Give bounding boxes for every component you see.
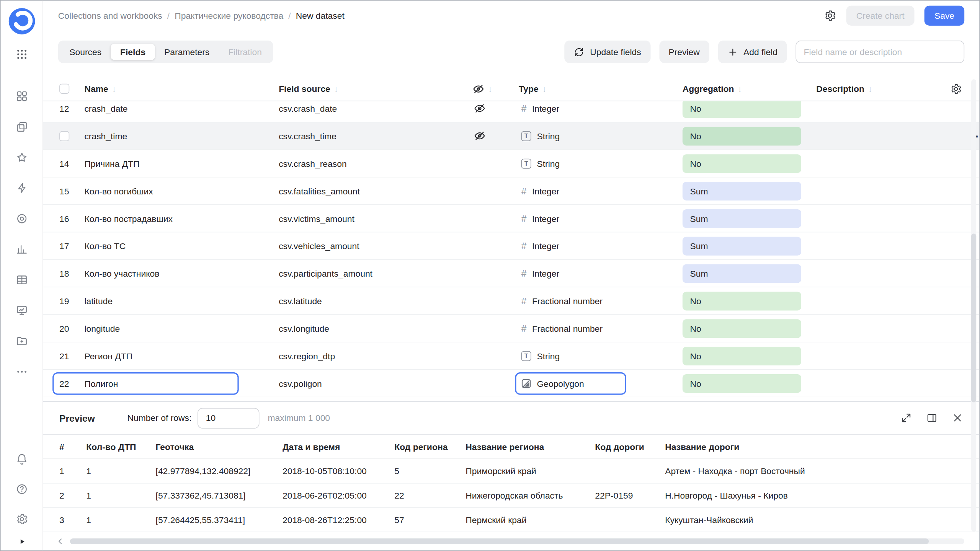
charts-icon[interactable] bbox=[15, 243, 28, 256]
aggregation-select[interactable]: Sum bbox=[683, 181, 801, 200]
field-row[interactable]: 22 Полигон csv.poligon Geopolygon No ⋯ bbox=[43, 370, 980, 398]
dataset-settings-gear-icon[interactable] bbox=[824, 9, 836, 22]
field-type-select[interactable]: #Integer bbox=[519, 268, 683, 279]
field-name[interactable]: Кол-во участников bbox=[84, 268, 279, 278]
preview-table-body: 11[42.977894,132.408922]2018-10-05T08:10… bbox=[43, 459, 980, 532]
field-name[interactable]: longitude bbox=[84, 323, 279, 333]
datalens-logo-icon[interactable] bbox=[7, 7, 36, 36]
column-header-name[interactable]: Name↓ bbox=[84, 84, 279, 94]
field-name[interactable]: crash_date bbox=[84, 103, 279, 113]
field-name[interactable]: Кол-во погибших bbox=[84, 186, 279, 196]
column-header-hidden[interactable]: ↓ bbox=[472, 83, 519, 95]
aggregation-select[interactable]: No bbox=[683, 374, 801, 393]
select-all-checkbox[interactable] bbox=[59, 84, 69, 94]
expand-sidebar-icon[interactable] bbox=[16, 536, 26, 546]
preview-bar: Preview Number of rows: maximum 1 000 bbox=[43, 402, 980, 434]
tab-sources[interactable]: Sources bbox=[60, 44, 111, 60]
type-icon: # bbox=[521, 186, 527, 196]
row-checkbox[interactable] bbox=[59, 131, 69, 141]
field-type-select[interactable]: #Integer bbox=[519, 103, 683, 114]
column-header-description[interactable]: Description↓ bbox=[816, 84, 944, 94]
field-row[interactable]: 14 Причина ДТП csv.crash_reason TString … bbox=[43, 150, 980, 178]
settings-gear-icon[interactable] bbox=[15, 513, 28, 525]
aggregation-select[interactable]: No bbox=[683, 154, 801, 173]
tab-filtration[interactable]: Filtration bbox=[219, 44, 271, 60]
collections-icon[interactable] bbox=[15, 121, 28, 133]
aggregation-select[interactable]: Sum bbox=[683, 264, 801, 283]
field-row[interactable]: 16 Кол-во пострадавших csv.victims_amoun… bbox=[43, 205, 980, 233]
aggregation-select[interactable]: No bbox=[683, 101, 801, 117]
field-row[interactable]: 12 crash_date csv.crash_date #Integer No… bbox=[43, 101, 980, 122]
storage-folder-icon[interactable] bbox=[15, 335, 28, 347]
favorites-star-icon[interactable] bbox=[15, 151, 28, 164]
field-row[interactable]: 18 Кол-во участников csv.participants_am… bbox=[43, 260, 980, 287]
preview-column-header: Название дороги bbox=[665, 442, 963, 452]
breadcrumb-workbook[interactable]: Практические руководства bbox=[175, 11, 283, 21]
close-preview-icon[interactable] bbox=[952, 412, 963, 424]
column-header-aggregation[interactable]: Aggregation↓ bbox=[683, 84, 816, 94]
column-header-type[interactable]: Type↓ bbox=[519, 84, 683, 94]
preview-toggle-button[interactable]: Preview bbox=[659, 41, 709, 63]
notifications-bell-icon[interactable] bbox=[15, 453, 28, 466]
field-type-select[interactable]: #Integer bbox=[519, 186, 683, 196]
apps-grid-icon[interactable] bbox=[15, 48, 28, 61]
aggregation-select[interactable]: No bbox=[683, 346, 801, 365]
add-field-button[interactable]: Add field bbox=[718, 41, 787, 63]
hscroll-track[interactable] bbox=[70, 538, 964, 544]
field-name[interactable]: Причина ДТП bbox=[84, 158, 279, 168]
field-row[interactable]: 21 Регион ДТП csv.region_dtp TString No … bbox=[43, 342, 980, 370]
field-type-select[interactable]: #Fractional number bbox=[519, 295, 683, 306]
table-settings-gear-icon[interactable] bbox=[950, 83, 962, 95]
hscroll-thumb[interactable] bbox=[70, 538, 929, 544]
preview-cell: 1 bbox=[86, 491, 155, 500]
field-name[interactable]: Кол-во пострадавших bbox=[84, 214, 279, 223]
field-name[interactable]: latitude bbox=[84, 296, 279, 306]
field-name[interactable]: Кол-во ТС bbox=[84, 241, 279, 251]
save-button[interactable]: Save bbox=[924, 6, 964, 26]
field-type-select[interactable]: #Integer bbox=[519, 213, 683, 224]
field-row[interactable]: 17 Кол-во ТС csv.vehicles_amount #Intege… bbox=[43, 232, 980, 260]
aggregation-select[interactable]: No bbox=[683, 292, 801, 310]
update-fields-button[interactable]: Update fields bbox=[564, 41, 650, 63]
field-name[interactable]: Полигон bbox=[84, 378, 279, 388]
dock-panel-icon[interactable] bbox=[926, 412, 938, 424]
expand-preview-icon[interactable] bbox=[901, 412, 912, 424]
number-of-rows-input[interactable] bbox=[198, 408, 260, 428]
more-ellipsis-icon[interactable] bbox=[15, 365, 28, 378]
breadcrumb-collections[interactable]: Collections and workbooks bbox=[58, 11, 162, 21]
field-row[interactable]: 15 Кол-во погибших csv.fatalities_amount… bbox=[43, 178, 980, 205]
column-header-field-source[interactable]: Field source↓ bbox=[279, 84, 472, 94]
scroll-left-chevron-icon[interactable] bbox=[56, 536, 65, 546]
field-type-select[interactable]: Geopolygon bbox=[519, 378, 683, 388]
preview-cell: 1 bbox=[86, 466, 155, 476]
field-type-select[interactable]: TString bbox=[519, 131, 683, 141]
aggregation-select[interactable]: Sum bbox=[683, 209, 801, 228]
tabs-toolbar-row: Sources Fields Parameters Filtration Upd… bbox=[43, 41, 980, 63]
tab-fields[interactable]: Fields bbox=[111, 44, 155, 60]
editor-monitor-icon[interactable] bbox=[15, 304, 28, 317]
field-type-select[interactable]: #Fractional number bbox=[519, 323, 683, 334]
field-row[interactable]: 19 latitude csv.latitude #Fractional num… bbox=[43, 287, 980, 315]
aggregation-select[interactable]: No bbox=[683, 127, 801, 145]
dashboards-icon[interactable] bbox=[15, 90, 28, 103]
sort-arrow-icon: ↓ bbox=[334, 84, 338, 93]
field-type-select[interactable]: TString bbox=[519, 351, 683, 361]
plus-icon bbox=[727, 47, 738, 57]
field-type-select[interactable]: #Integer bbox=[519, 241, 683, 251]
quick-actions-bolt-icon[interactable] bbox=[15, 182, 28, 194]
help-icon[interactable] bbox=[15, 483, 28, 496]
datasets-table-icon[interactable] bbox=[15, 274, 28, 286]
field-row[interactable]: crash_time csv.crash_time TString No ⋯ bbox=[43, 122, 980, 150]
field-name[interactable]: Регион ДТП bbox=[84, 351, 279, 361]
tab-parameters[interactable]: Parameters bbox=[155, 44, 219, 60]
aggregation-select[interactable]: No bbox=[683, 319, 801, 337]
field-search-input[interactable] bbox=[795, 41, 964, 63]
create-chart-button[interactable]: Create chart bbox=[846, 6, 915, 26]
field-row[interactable]: 20 longitude csv.longitude #Fractional n… bbox=[43, 315, 980, 342]
aggregation-select[interactable]: Sum bbox=[683, 236, 801, 255]
field-name[interactable]: crash_time bbox=[84, 131, 279, 141]
monitoring-target-icon[interactable] bbox=[15, 212, 28, 225]
field-type-select[interactable]: TString bbox=[519, 158, 683, 168]
vscroll-thumb[interactable] bbox=[971, 234, 976, 403]
eye-off-icon bbox=[474, 130, 486, 142]
